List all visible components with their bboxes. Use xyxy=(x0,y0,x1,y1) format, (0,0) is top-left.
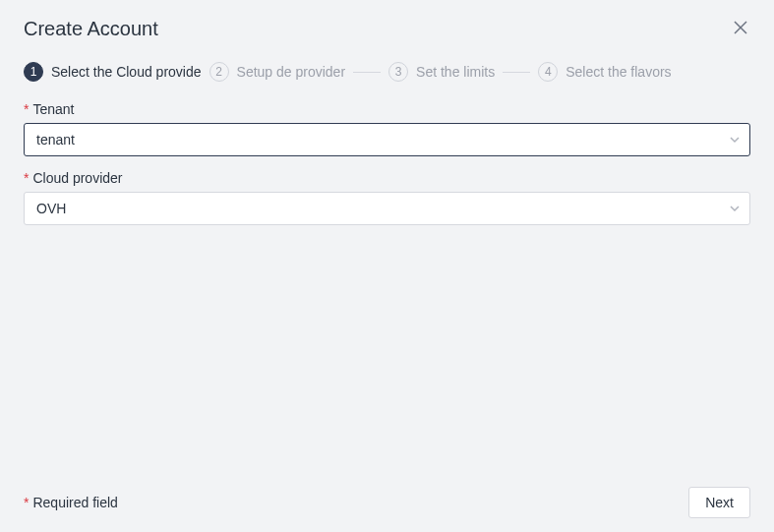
required-asterisk: * xyxy=(24,170,29,186)
cloud-provider-select[interactable]: OVH xyxy=(24,192,750,225)
step-2[interactable]: 2 Setup de provider xyxy=(209,62,346,82)
label-text: Tenant xyxy=(32,101,74,117)
form: *Tenant tenant *Cloud provider OVH xyxy=(0,101,774,225)
field-cloud-provider: *Cloud provider OVH xyxy=(24,170,750,225)
field-tenant: *Tenant tenant xyxy=(24,101,750,156)
step-label: Set the limits xyxy=(416,64,495,80)
step-number: 4 xyxy=(538,62,558,82)
step-3[interactable]: 3 Set the limits xyxy=(388,62,495,82)
required-asterisk: * xyxy=(24,495,29,510)
stepper: 1 Select the Cloud provide 2 Setup de pr… xyxy=(0,50,774,101)
chevron-down-icon xyxy=(730,204,740,213)
next-button[interactable]: Next xyxy=(688,487,750,518)
required-asterisk: * xyxy=(24,101,29,117)
dialog-title: Create Account xyxy=(24,18,158,40)
dialog-header: Create Account xyxy=(0,0,774,50)
required-note-text: Required field xyxy=(32,495,117,510)
step-connector xyxy=(503,72,530,73)
close-button[interactable] xyxy=(731,20,750,39)
step-connector xyxy=(353,72,381,73)
select-value: tenant xyxy=(36,132,75,148)
step-label: Setup de provider xyxy=(237,64,346,80)
step-number: 2 xyxy=(209,62,229,82)
step-label: Select the Cloud provide xyxy=(51,64,202,80)
field-label: *Cloud provider xyxy=(24,170,750,186)
select-value: OVH xyxy=(36,201,66,216)
tenant-select[interactable]: tenant xyxy=(24,123,750,156)
label-text: Cloud provider xyxy=(32,170,122,186)
step-number: 3 xyxy=(388,62,408,82)
required-note: *Required field xyxy=(24,495,118,510)
step-4[interactable]: 4 Select the flavors xyxy=(538,62,671,82)
step-1[interactable]: 1 Select the Cloud provide xyxy=(24,62,202,82)
field-label: *Tenant xyxy=(24,101,750,117)
step-number: 1 xyxy=(24,62,43,82)
chevron-down-icon xyxy=(730,135,740,145)
dialog-footer: *Required field Next xyxy=(0,477,774,532)
step-label: Select the flavors xyxy=(566,64,671,80)
close-icon xyxy=(734,21,747,38)
